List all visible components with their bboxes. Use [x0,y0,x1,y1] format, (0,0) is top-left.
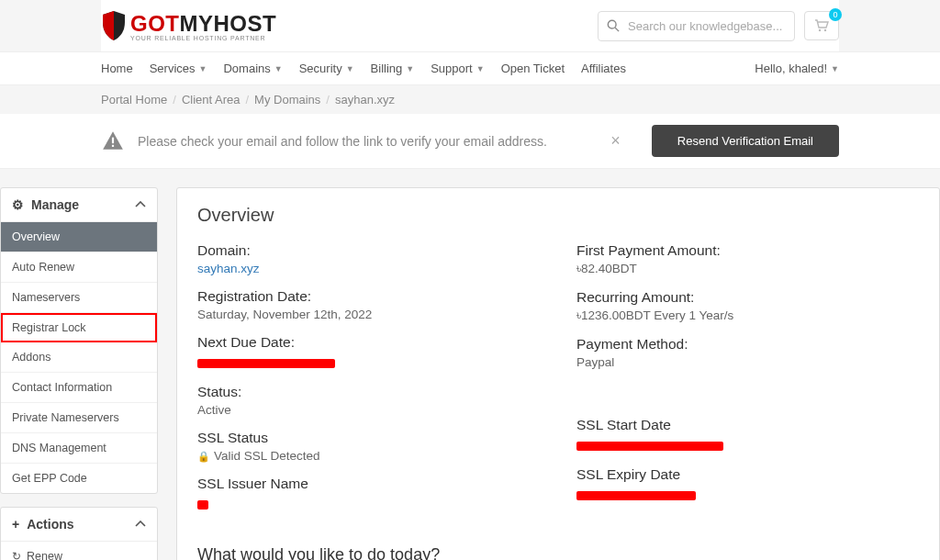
nav-item-home[interactable]: Home [101,62,133,75]
nav-item-domains[interactable]: Domains▼ [223,62,282,75]
breadcrumb-link[interactable]: Client Area [182,93,241,106]
chevron-down-icon: ▼ [274,64,283,73]
payment-method-label: Payment Method: [576,336,919,353]
nav-item-billing[interactable]: Billing▼ [371,62,415,75]
ssl-start-label: SSL Start Date [576,417,919,433]
action-item-label: Renew [27,550,62,560]
actions-panel-head[interactable]: +Actions [1,508,157,542]
chevron-down-icon: ▼ [199,64,207,73]
content-panel: Overview Domain:sayhan.xyz Registration … [176,187,940,560]
status-value: Active [197,403,540,417]
chevron-down-icon: ▼ [476,64,485,73]
chevron-up-icon [135,521,146,528]
next-due-date-label: Next Due Date: [197,334,540,351]
first-payment-label: First Payment Amount: [576,242,919,259]
recurring-value: ৳1236.00BDT Every 1 Year/s [576,308,919,323]
svg-point-2 [819,29,821,31]
redacted-value [197,500,208,510]
ssl-expiry-label: SSL Expiry Date [576,466,919,483]
payment-method-value: Paypal [576,355,919,369]
breadcrumb-link[interactable]: My Domains [254,93,320,106]
user-menu[interactable]: Hello, khaled! ▼ [755,62,839,75]
sidebar-item-overview[interactable]: Overview [1,222,157,252]
chevron-down-icon: ▼ [831,64,839,73]
svg-line-1 [615,28,619,31]
resend-verification-button[interactable]: Resend Verification Email [652,125,839,157]
cart-icon [814,19,829,32]
search-box [598,11,795,41]
logo[interactable]: GOTMYHOST YOUR RELIABLE HOSTING PARTNER [101,9,276,42]
svg-point-3 [824,29,826,31]
user-greeting: Hello, khaled! [755,62,827,75]
lock-icon: 🔒 [197,451,210,462]
breadcrumb-current: sayhan.xyz [335,93,395,106]
breadcrumb-link[interactable]: Portal Home [101,93,167,106]
chevron-up-icon [135,201,146,208]
status-label: Status: [197,384,540,400]
plus-icon: + [12,517,19,532]
nav-item-support[interactable]: Support▼ [431,62,484,75]
page-title: Overview [197,205,919,226]
sidebar-item-addons[interactable]: Addons [1,342,157,373]
registration-date-value: Saturday, November 12th, 2022 [197,308,540,321]
ssl-issuer-label: SSL Issuer Name [197,476,540,492]
cart-button[interactable]: 0 [804,11,839,40]
manage-panel: ⚙Manage OverviewAuto RenewNameserversReg… [0,187,158,494]
warning-icon [101,129,125,153]
alert-text: Please check your email and follow the l… [138,134,579,149]
sidebar-item-auto-renew[interactable]: Auto Renew [1,252,157,283]
sidebar-item-contact-information[interactable]: Contact Information [1,373,157,403]
first-payment-value: ৳82.40BDT [576,262,919,276]
chevron-down-icon: ▼ [406,64,414,73]
search-input[interactable] [598,11,795,41]
gear-icon: ⚙ [12,197,24,212]
nav-item-services[interactable]: Services▼ [150,62,207,75]
sidebar-item-dns-management[interactable]: DNS Management [1,433,157,464]
chevron-down-icon: ▼ [346,64,354,73]
action-item-renew[interactable]: ↻Renew [1,542,157,560]
svg-rect-4 [112,137,114,143]
redacted-value [197,359,335,368]
sidebar-item-get-epp-code[interactable]: Get EPP Code [1,464,157,493]
nav-left: HomeServices▼Domains▼Security▼Billing▼Su… [101,62,626,75]
cart-badge: 0 [829,8,842,21]
refresh-icon: ↻ [12,550,21,560]
domain-value[interactable]: sayhan.xyz [197,262,540,275]
sidebar-item-registrar-lock[interactable]: Registrar Lock [1,313,157,342]
ssl-status-value: 🔒Valid SSL Detected [197,449,540,463]
nav-item-security[interactable]: Security▼ [299,62,354,75]
domain-label: Domain: [197,242,540,259]
nav-item-affiliates[interactable]: Affiliates [581,62,626,75]
svg-point-0 [608,20,616,28]
logo-text: GOTMYHOST [130,11,276,37]
sidebar-item-private-nameservers[interactable]: Private Nameservers [1,403,157,433]
actions-title: Actions [27,517,73,532]
alert-close-icon[interactable]: × [592,131,639,151]
ssl-status-label: SSL Status [197,430,540,446]
search-icon [607,19,620,32]
breadcrumb: Portal Home/Client Area/My Domains/sayha… [0,93,940,106]
manage-title: Manage [31,197,79,212]
registration-date-label: Registration Date: [197,288,540,305]
redacted-value [576,491,696,500]
sidebar-item-nameservers[interactable]: Nameservers [1,283,157,313]
svg-rect-5 [112,144,114,146]
actions-panel: +Actions ↻Renew🌐Register a New Domain→Tr… [0,507,158,560]
logo-shield-icon [101,9,127,42]
todo-title: What would you like to do today? [197,545,919,560]
logo-tagline: YOUR RELIABLE HOSTING PARTNER [130,35,276,41]
manage-panel-head[interactable]: ⚙Manage [1,188,157,222]
redacted-value [576,442,723,451]
recurring-label: Recurring Amount: [576,289,919,306]
nav-item-open-ticket[interactable]: Open Ticket [501,62,565,75]
